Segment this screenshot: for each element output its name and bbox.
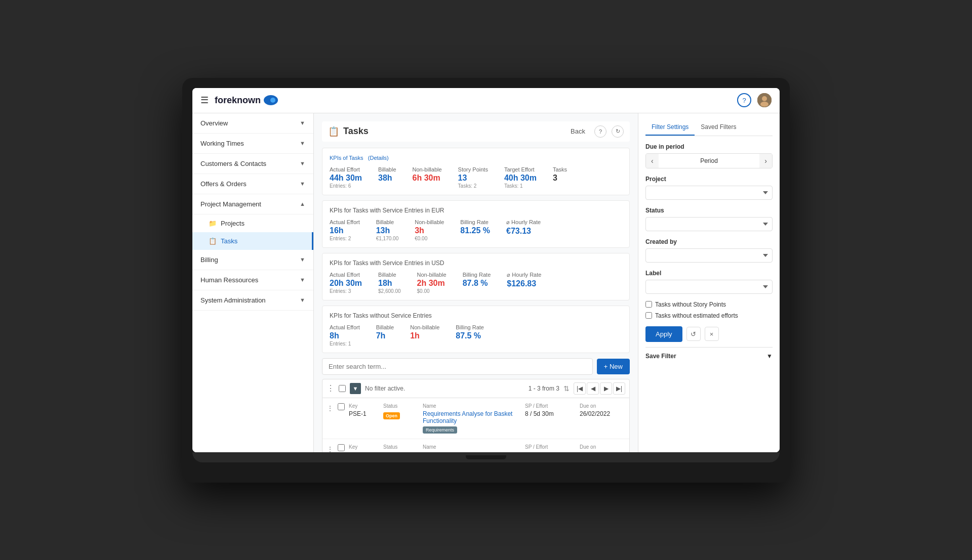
task-status-col: Status Open [383,403,419,419]
search-input[interactable] [322,358,593,375]
sidebar-item-working-times[interactable]: Working Times ▼ [192,134,313,154]
filter-icon[interactable]: ▼ [350,383,361,394]
status-select[interactable] [645,217,773,231]
row-menu-icon[interactable]: ⋮ [327,444,334,452]
chevron-down-icon: ▼ [300,181,305,187]
prev-page-button[interactable]: ◀ [587,382,599,395]
app-logo: foreknown [215,95,278,106]
sidebar: Overview ▼ Working Times ▼ Customers & C… [192,113,314,452]
filter-status: Status [645,207,773,231]
row-menu-icon[interactable]: ⋮ [327,403,334,412]
period-prev-button[interactable]: ‹ [646,154,659,168]
project-select[interactable] [645,186,773,200]
label-select[interactable] [645,280,773,294]
table-row: ⋮ Key PSE-2 Status Open Name Implement [322,439,629,452]
task-sp-col: SP / Effort 8 / 5d 30m [525,403,576,417]
new-button[interactable]: + New [597,359,630,374]
sidebar-item-offers-orders[interactable]: Offers & Orders ▼ [192,174,313,194]
filter-status: No filter active. [365,385,524,392]
svg-point-3 [762,96,767,101]
task-status-col: Status Open [383,444,419,452]
avatar[interactable] [757,93,772,107]
created-by-select[interactable] [645,248,773,263]
chevron-down-icon: ▼ [300,297,305,303]
kpi-details-link[interactable]: (Details) [368,155,389,161]
search-bar: + New [322,358,630,375]
clear-button[interactable]: × [705,327,719,341]
no-est-efforts-checkbox[interactable] [645,312,652,319]
task-due-col: Due on 26/02/2022 [580,403,625,417]
page-header: 📋 Tasks Back ? ↻ [322,121,630,142]
kpi-target-effort: Target Effort 40h 30m Tasks: 1 [504,166,537,189]
task-name-col: Name Requirements Analyse for Basket Fun… [423,403,521,434]
svg-point-4 [760,102,768,107]
first-page-button[interactable]: |◀ [574,382,586,395]
kpi-eur-billing-rate: Billing Rate 81.25 % [460,219,490,241]
kpi-card-eur: KPIs for Tasks with Service Entries in E… [322,200,630,248]
filter-label: Label [645,270,773,294]
svg-point-1 [270,98,275,103]
sidebar-item-system-administration[interactable]: System Administration ▼ [192,290,313,311]
kpi-eur-nonbillable: Non-billable 3h €0.00 [415,219,444,241]
kpi-ns-billable: Billable 7h [376,324,394,347]
last-page-button[interactable]: ▶| [613,382,625,395]
kpi-usd-billing-rate: Billing Rate 87.8 % [463,272,491,294]
apply-button[interactable]: Apply [645,326,682,342]
sidebar-item-billing[interactable]: Billing ▼ [192,250,313,270]
tasks-icon: 📋 [209,237,217,245]
chevron-down-icon: ▼ [300,277,305,283]
help-icon[interactable]: ? [737,93,751,107]
panel-tabs: Filter Settings Saved Filters [645,119,773,136]
pagination-info: 1 - 3 from 3 [529,385,559,392]
kpi-tasks: Tasks 3 [553,166,567,189]
kpi-billable: Billable 38h [378,166,396,189]
help-circle-icon[interactable]: ? [594,125,606,138]
tab-saved-filters[interactable]: Saved Filters [695,119,742,136]
tab-filter-settings[interactable]: Filter Settings [645,119,695,136]
sidebar-sub-item-projects[interactable]: 📁 Projects [192,214,313,232]
select-all-checkbox[interactable] [339,385,346,392]
row-checkbox[interactable] [338,444,345,451]
chevron-down-icon: ▼ [766,353,773,360]
tasks-page-icon: 📋 [328,126,339,137]
task-due-col: Due on 10/03/2022 [580,444,625,452]
kpi-eur-hourly-rate: ⌀ Hourly Rate €73.13 [506,219,541,241]
kpi-card-main: KPIs of Tasks (Details) Actual Effort 44… [322,148,630,195]
task-key-col: Key PSE-1 [349,403,379,417]
no-story-points-checkbox[interactable] [645,301,652,308]
checkbox-no-est-efforts: Tasks without estimated efforts [645,312,773,319]
back-button[interactable]: Back [566,125,589,137]
filter-created-by: Created by [645,238,773,263]
kpi-ns-billing-rate: Billing Rate 87.5 % [456,324,484,347]
kpi-eur-actual: Actual Effort 16h Entries: 2 [330,219,360,241]
kpi-ns-nonbillable: Non-billable 1h [410,324,439,347]
status-badge: Open [383,412,400,419]
refresh-icon[interactable]: ↻ [612,125,624,138]
sidebar-sub-item-tasks[interactable]: 📋 Tasks [192,232,313,250]
task-tag: Requirements [423,426,457,434]
sidebar-item-project-management[interactable]: Project Management ▲ [192,194,313,214]
sidebar-item-overview[interactable]: Overview ▼ [192,113,313,134]
page-title: Tasks [343,126,369,137]
menu-icon[interactable]: ☰ [200,95,209,106]
table-toolbar: ⋮ ▼ No filter active. 1 - 3 from 3 ⇅ |◀ … [322,379,630,398]
sidebar-item-customers-contacts[interactable]: Customers & Contacts ▼ [192,154,313,174]
next-page-button[interactable]: ▶ [600,382,612,395]
sort-icon[interactable]: ⇅ [563,384,570,393]
reset-button[interactable]: ↺ [686,327,701,341]
row-options-icon[interactable]: ⋮ [327,383,335,393]
task-name-col: Name Implementation of Basket Prototype [423,444,521,452]
row-checkbox[interactable] [338,403,345,410]
kpi-ns-actual: Actual Effort 8h Entries: 1 [330,324,360,347]
kpi-usd-actual: Actual Effort 20h 30m Entries: 3 [330,272,362,294]
kpi-usd-billable: Billable 18h $2,600.00 [378,272,401,294]
logo-icon [264,95,278,105]
period-next-button[interactable]: › [759,154,772,168]
table-row: ⋮ Key PSE-1 Status Open Name Requireme [322,398,629,439]
period-selector: ‹ Period › [645,153,773,168]
kpi-card-no-service: KPIs for Tasks without Service Entries A… [322,306,630,353]
save-filter-section[interactable]: Save Filter ▼ [645,347,773,365]
sidebar-item-human-resources[interactable]: Human Ressources ▼ [192,270,313,290]
kpi-non-billable: Non-billable 6h 30m [413,166,442,189]
filter-panel: Filter Settings Saved Filters Due in per… [638,113,780,452]
